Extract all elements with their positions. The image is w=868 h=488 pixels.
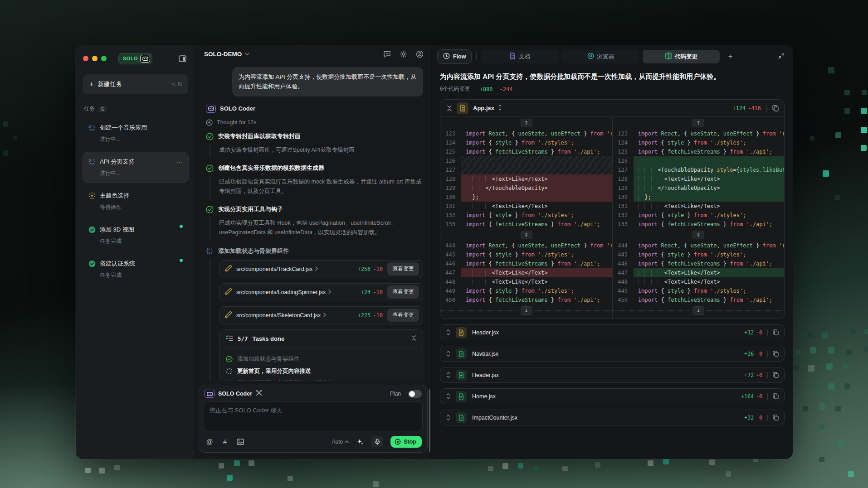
tools-icon[interactable] [256,390,262,398]
app-window: SOLO + 新建任务 ⌥ N 任务 5 创建一个音乐应用进行中...API 分… [76,45,793,459]
step-check-icon [206,133,214,140]
changed-file-row[interactable]: Header.jsx+72-0 [440,367,785,383]
sidebar-toggle-icon[interactable] [176,53,188,63]
changed-file-row[interactable]: Navbar.jsx+36-0 [440,346,785,362]
changed-file-row[interactable]: Home.jsx+164-0 [440,388,785,404]
deco-pixel [795,313,800,318]
task-menu-icon[interactable]: ⋯ [176,159,183,165]
chevron-right-icon [328,289,331,295]
model-mode-label: Auto [332,439,343,445]
diff-line: 447 <Text>Like</Text> [613,268,784,277]
copy-icon[interactable] [773,393,779,399]
change-count: 6个代码变更 [440,85,470,93]
copy-icon[interactable] [773,372,779,378]
settings-gear-icon[interactable] [399,49,408,58]
copy-icon[interactable] [773,329,779,335]
changed-file-row[interactable]: Header.jsx+12-0 [440,324,785,340]
tab-label: 浏览器 [597,53,614,61]
copy-icon[interactable] [773,351,779,357]
account-icon[interactable] [415,49,424,58]
tab-code-changes[interactable]: 代码变更 [643,50,720,63]
diff-line: 131 <Text>Like</Text> [613,202,784,211]
expand-up-button[interactable]: ↑ [521,119,532,127]
microphone-icon[interactable] [371,436,383,447]
stop-label: Stop [404,439,416,445]
reorder-icon[interactable] [498,104,502,112]
added-file-icon [456,348,467,359]
stop-button[interactable]: Stop [390,436,422,448]
project-selector[interactable]: SOLO-DEMO [204,51,249,58]
deco-pixel [3,121,8,127]
task-card[interactable]: 创建一个音乐应用进行中... [83,118,188,149]
file-change-card[interactable]: src/components/TrackCard.jsx+256-10查看变更 [219,260,423,278]
collapse-diff-icon[interactable] [445,105,454,111]
expand-file-icon[interactable] [444,393,452,399]
expand-both-button[interactable]: ⇕ [521,231,532,239]
model-mode-dropdown[interactable]: Auto [332,439,349,445]
view-changes-button[interactable]: 查看变更 [387,262,419,275]
diff-header: App.jsx +124-416 [440,100,784,117]
task-card[interactable]: 搭建认证系统任务完成 [83,254,188,285]
chat-scrollbar[interactable] [429,389,430,452]
mention-icon[interactable]: @ [205,438,214,446]
collapse-tasks-icon[interactable] [411,335,416,342]
view-changes-button[interactable]: 查看变更 [387,309,419,322]
copy-icon[interactable] [772,105,779,111]
deco-pixel [843,363,848,369]
diff-line: 128 <Text>Like</Text> [613,174,784,184]
task-card[interactable]: API 分页支持⋯进行中... [83,152,188,183]
changed-file-row[interactable]: ImpactCounter.jsx+32-0 [440,410,785,425]
close-window-button[interactable] [83,56,88,61]
flow-button[interactable]: Flow [437,49,472,64]
agent-steps: 安装专辑封面库以获取专辑封面成功安装专辑封面库，可通过Spotify API获取… [206,132,423,381]
tab-docs[interactable]: 文档 [481,50,558,63]
add-tab-button[interactable]: + [723,50,737,63]
context-hash-icon[interactable]: # [221,438,229,446]
expand-file-icon[interactable] [444,415,452,420]
deco-pixel [808,365,814,372]
task-card[interactable]: 主题色选择等待操作 [83,186,188,217]
collapse-panel-icon[interactable] [775,51,787,63]
new-task-button[interactable]: + 新建任务 ⌥ N [83,74,188,94]
expand-file-icon[interactable] [444,351,452,357]
file-change-card[interactable]: src/components/SkeletonCard.jsx+225-10查看… [219,306,423,324]
expand-hunk-row: ⇕ [440,229,612,241]
sparkle-icon[interactable] [356,438,364,446]
spinner-icon [206,247,214,255]
expand-down-button[interactable]: ↓ [692,306,704,315]
new-chat-icon[interactable] [382,49,391,58]
task-list: 创建一个音乐应用进行中...API 分页支持⋯进行中...主题色选择等待操作添加… [83,118,188,285]
expand-file-icon[interactable] [444,372,452,378]
deco-pixel [288,476,293,481]
diff-line: 132import { style } from './styles'; [440,211,612,220]
thought-duration[interactable]: Thought for 12s [206,119,423,126]
copy-icon[interactable] [773,415,779,420]
minimize-window-button[interactable] [92,56,98,61]
expand-both-button[interactable]: ⇕ [692,231,704,239]
zoom-window-button[interactable] [101,56,107,61]
pending-circle-icon [226,380,233,382]
diff-line: 133import { fetchLiveStreams } from './a… [440,220,612,229]
message-input[interactable]: 您正在与 SOLO Coder 聊天 [204,401,423,431]
deco-pixel [678,459,684,465]
new-task-shortcut: ⌥ N [170,81,182,87]
diff-line: 447 <Text>Like</Text> [440,268,612,277]
task-card[interactable]: 添加 3D 视图任务完成 [83,220,188,251]
deco-pixel [828,383,834,390]
file-change-card[interactable]: src/components/LoadingSpinner.jsx+24-10查… [219,283,423,301]
view-changes-button[interactable]: 查看变更 [387,285,419,299]
expand-up-button[interactable]: ↑ [692,119,704,127]
expand-file-icon[interactable] [444,329,452,335]
deco-pixel [861,108,867,114]
subtask-item: 更新首页，采用分页内容推送 [226,367,416,375]
plan-label: Plan [390,391,401,397]
expand-down-button[interactable]: ↓ [521,306,532,315]
attach-image-icon[interactable] [236,438,244,446]
change-summary: 6个代码变更 +880 -244 [432,81,793,93]
plan-toggle[interactable] [408,390,422,398]
tab-browser[interactable]: 浏览器 [562,50,639,63]
lines-added: +24 [361,289,371,295]
changed-files-list: Header.jsx+12-0Navbar.jsx+36-0Header.jsx… [440,324,785,425]
deco-pixel [823,170,829,177]
diff-pane-new: ↑123import React, { useState, useEffect … [612,117,784,319]
